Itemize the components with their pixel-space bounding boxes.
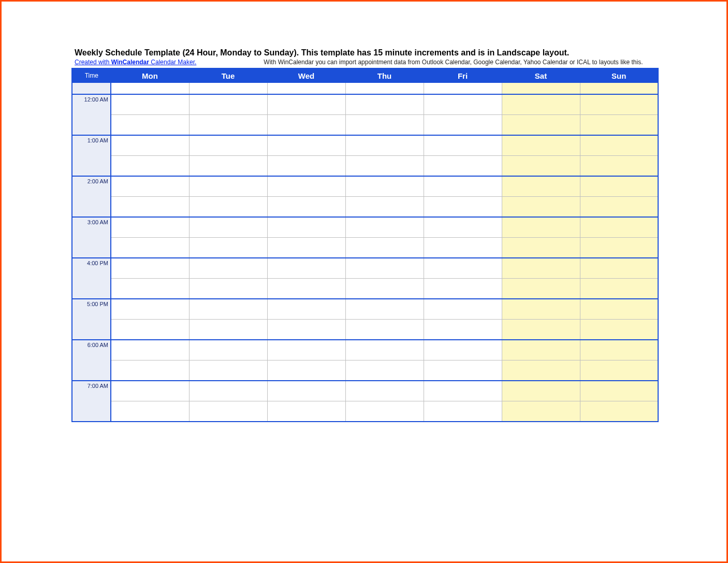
schedule-cell[interactable] bbox=[345, 238, 424, 258]
schedule-cell[interactable] bbox=[580, 83, 658, 95]
schedule-cell[interactable] bbox=[424, 401, 502, 422]
schedule-cell[interactable] bbox=[424, 135, 502, 156]
schedule-cell[interactable] bbox=[345, 340, 424, 360]
schedule-cell[interactable] bbox=[345, 381, 424, 401]
schedule-cell[interactable] bbox=[424, 83, 502, 95]
schedule-cell[interactable] bbox=[502, 135, 580, 156]
schedule-cell[interactable] bbox=[189, 197, 267, 218]
schedule-cell[interactable] bbox=[267, 279, 345, 299]
schedule-cell[interactable] bbox=[580, 401, 658, 422]
schedule-cell[interactable] bbox=[580, 238, 658, 258]
schedule-cell[interactable] bbox=[111, 156, 189, 177]
schedule-cell[interactable] bbox=[267, 135, 345, 156]
schedule-cell[interactable] bbox=[111, 83, 189, 95]
schedule-cell[interactable] bbox=[189, 94, 267, 115]
schedule-cell[interactable] bbox=[580, 381, 658, 401]
schedule-cell[interactable] bbox=[424, 115, 502, 136]
schedule-cell[interactable] bbox=[267, 197, 345, 218]
schedule-cell[interactable] bbox=[424, 320, 502, 340]
schedule-cell[interactable] bbox=[111, 94, 189, 115]
schedule-cell[interactable] bbox=[502, 258, 580, 279]
schedule-cell[interactable] bbox=[345, 217, 424, 238]
schedule-cell[interactable] bbox=[189, 83, 267, 95]
schedule-cell[interactable] bbox=[111, 279, 189, 299]
schedule-cell[interactable] bbox=[424, 340, 502, 360]
schedule-cell[interactable] bbox=[502, 279, 580, 299]
schedule-cell[interactable] bbox=[189, 299, 267, 320]
schedule-cell[interactable] bbox=[189, 258, 267, 279]
schedule-cell[interactable] bbox=[424, 176, 502, 197]
schedule-cell[interactable] bbox=[580, 279, 658, 299]
schedule-cell[interactable] bbox=[345, 156, 424, 177]
schedule-cell[interactable] bbox=[502, 217, 580, 238]
schedule-cell[interactable] bbox=[424, 299, 502, 320]
schedule-cell[interactable] bbox=[189, 156, 267, 177]
schedule-cell[interactable] bbox=[267, 115, 345, 136]
schedule-cell[interactable] bbox=[111, 340, 189, 360]
schedule-cell[interactable] bbox=[345, 401, 424, 422]
schedule-cell[interactable] bbox=[267, 360, 345, 381]
schedule-cell[interactable] bbox=[111, 197, 189, 218]
schedule-cell[interactable] bbox=[502, 360, 580, 381]
schedule-cell[interactable] bbox=[111, 360, 189, 381]
schedule-cell[interactable] bbox=[189, 217, 267, 238]
schedule-cell[interactable] bbox=[345, 299, 424, 320]
schedule-cell[interactable] bbox=[580, 360, 658, 381]
schedule-cell[interactable] bbox=[345, 115, 424, 136]
schedule-cell[interactable] bbox=[267, 217, 345, 238]
schedule-cell[interactable] bbox=[502, 197, 580, 218]
schedule-cell[interactable] bbox=[424, 156, 502, 177]
schedule-cell[interactable] bbox=[189, 381, 267, 401]
schedule-cell[interactable] bbox=[111, 381, 189, 401]
schedule-cell[interactable] bbox=[345, 360, 424, 381]
schedule-cell[interactable] bbox=[189, 176, 267, 197]
schedule-cell[interactable] bbox=[267, 176, 345, 197]
schedule-cell[interactable] bbox=[502, 94, 580, 115]
schedule-cell[interactable] bbox=[345, 258, 424, 279]
schedule-cell[interactable] bbox=[267, 381, 345, 401]
schedule-cell[interactable] bbox=[345, 197, 424, 218]
schedule-cell[interactable] bbox=[502, 320, 580, 340]
schedule-cell[interactable] bbox=[580, 258, 658, 279]
schedule-cell[interactable] bbox=[189, 401, 267, 422]
schedule-cell[interactable] bbox=[580, 94, 658, 115]
schedule-cell[interactable] bbox=[345, 279, 424, 299]
schedule-cell[interactable] bbox=[424, 238, 502, 258]
schedule-cell[interactable] bbox=[345, 83, 424, 95]
schedule-cell[interactable] bbox=[345, 176, 424, 197]
schedule-cell[interactable] bbox=[267, 258, 345, 279]
schedule-cell[interactable] bbox=[424, 94, 502, 115]
schedule-cell[interactable] bbox=[424, 381, 502, 401]
schedule-cell[interactable] bbox=[580, 340, 658, 360]
schedule-cell[interactable] bbox=[189, 135, 267, 156]
schedule-cell[interactable] bbox=[502, 340, 580, 360]
schedule-cell[interactable] bbox=[111, 401, 189, 422]
schedule-cell[interactable] bbox=[111, 217, 189, 238]
schedule-cell[interactable] bbox=[580, 320, 658, 340]
schedule-cell[interactable] bbox=[111, 115, 189, 136]
schedule-cell[interactable] bbox=[502, 401, 580, 422]
schedule-cell[interactable] bbox=[580, 217, 658, 238]
schedule-cell[interactable] bbox=[267, 340, 345, 360]
schedule-cell[interactable] bbox=[502, 238, 580, 258]
schedule-cell[interactable] bbox=[502, 83, 580, 95]
schedule-cell[interactable] bbox=[580, 176, 658, 197]
schedule-cell[interactable] bbox=[189, 320, 267, 340]
schedule-cell[interactable] bbox=[189, 279, 267, 299]
schedule-cell[interactable] bbox=[502, 176, 580, 197]
schedule-cell[interactable] bbox=[189, 340, 267, 360]
schedule-cell[interactable] bbox=[580, 135, 658, 156]
schedule-cell[interactable] bbox=[424, 279, 502, 299]
schedule-cell[interactable] bbox=[502, 381, 580, 401]
schedule-cell[interactable] bbox=[111, 320, 189, 340]
schedule-cell[interactable] bbox=[111, 238, 189, 258]
schedule-cell[interactable] bbox=[580, 115, 658, 136]
schedule-cell[interactable] bbox=[267, 238, 345, 258]
schedule-cell[interactable] bbox=[502, 115, 580, 136]
schedule-cell[interactable] bbox=[345, 135, 424, 156]
schedule-cell[interactable] bbox=[267, 94, 345, 115]
schedule-cell[interactable] bbox=[189, 115, 267, 136]
schedule-cell[interactable] bbox=[267, 156, 345, 177]
schedule-cell[interactable] bbox=[111, 258, 189, 279]
schedule-cell[interactable] bbox=[267, 299, 345, 320]
